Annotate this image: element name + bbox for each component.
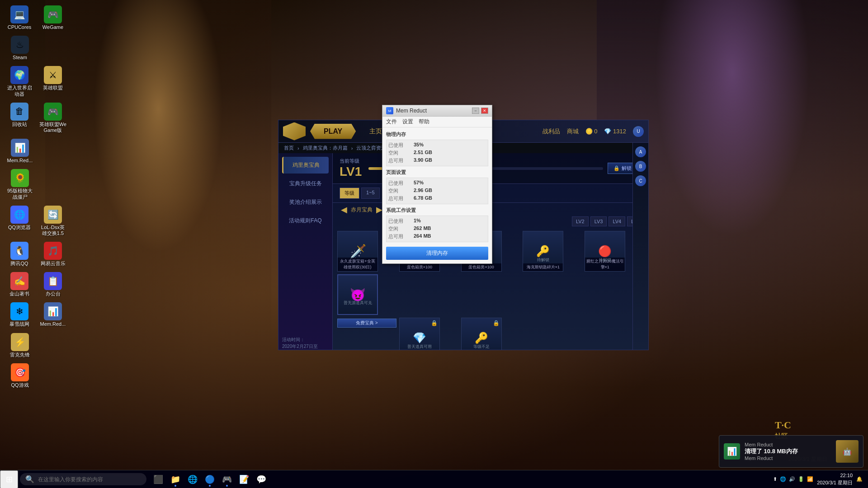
breadcrumb-event[interactable]: 鸡里奥宝典：赤月篇 (303, 145, 348, 151)
mem-title-text: Mem Reduct (396, 108, 427, 114)
pinned-app6[interactable]: 📝 (236, 471, 252, 488)
icon-row-5: 🌻 95版植物大战僵尸 (4, 167, 69, 202)
lv2-tab[interactable]: LV2 (572, 216, 589, 226)
icon-cpucores[interactable]: 💻 CPUCores (4, 4, 35, 32)
free-btn-container: 免费宝典 > (337, 318, 396, 350)
icon-lex[interactable]: ⚡ 雷克先锋 (4, 331, 36, 360)
free-chest-button[interactable]: 免费宝典 > (337, 319, 396, 328)
edge-button[interactable]: 🌐 (184, 471, 201, 488)
icon-qqgame[interactable]: 🎯 QQ游戏 (4, 361, 36, 390)
avatar[interactable]: U (633, 126, 644, 137)
icon-steam[interactable]: ♨ Steam (4, 34, 36, 62)
sys-used-value: 1% (414, 218, 486, 225)
current-level-label: 当前等级 (340, 158, 362, 164)
notif-body: Mem Reduct (745, 455, 831, 461)
icon-memred2[interactable]: 📊 Mem.Red... (37, 300, 69, 329)
mem-app-icon: M (386, 107, 393, 114)
pinned-app5[interactable]: 🎮 (219, 471, 235, 488)
friends-panel: A B C (632, 143, 648, 350)
lv4-tab[interactable]: LV4 (609, 216, 625, 226)
lex-label: 雷克先锋 (10, 352, 30, 358)
mem-menu-help[interactable]: 帮助 (419, 118, 429, 126)
clock[interactable]: 22:10 2020/3/1 星期日 (817, 472, 853, 486)
icon-jinshan[interactable]: ✍ 金山著书 (4, 270, 35, 299)
95fans-icon: 🌻 (11, 169, 29, 187)
reward-img-4: 🔑 (536, 245, 550, 258)
netease-label: 网易云音乐 (41, 261, 66, 267)
icon-blizzard[interactable]: ❄ 暴雪战网 (4, 300, 35, 329)
search-bar[interactable]: 🔍 (20, 473, 146, 485)
notif-title: 清理了 10.8 MB内存 (745, 447, 831, 455)
cpucores-label: CPUCores (8, 24, 32, 30)
lol-wegame-label: 英雄联盟WeGame版 (39, 122, 67, 133)
search-icon: 🔍 (25, 475, 34, 483)
mem-minimize-button[interactable]: − (472, 108, 479, 114)
friend-icon-3[interactable]: C (635, 175, 646, 186)
icon-recycle[interactable]: 🗑 回收站 (4, 101, 35, 135)
icon-95fans[interactable]: 🌻 95版植物大战僵尸 (4, 167, 36, 202)
mem-system-title: 系统工作设置 (386, 207, 488, 214)
icon-qqbrowser[interactable]: 🌐 QQ浏览器 (4, 204, 35, 238)
taskview-button[interactable]: ⬛ (150, 471, 166, 488)
sidebar-item-upgrade[interactable]: 宝典升级任务 (282, 175, 329, 192)
icon-memred1[interactable]: 📊 Mem.Red... (4, 137, 36, 165)
icon-tencentqq[interactable]: 🐧 腾讯QQ (4, 240, 35, 268)
friend-icon-1[interactable]: A (635, 146, 646, 157)
reward-card-4: 🔑 海克斯钥匙碎片×1 待解锁 (523, 231, 563, 272)
mem-clean-button[interactable]: 清理内存 (386, 247, 488, 260)
notif-avatar: 🤖 (836, 440, 859, 463)
icon-row-9: ❄ 暴雪战网 📊 Mem.Red... (4, 300, 69, 329)
tier-tab-1-5[interactable]: 1~5 (361, 188, 380, 199)
mem-menu-file[interactable]: 文件 (386, 118, 397, 126)
sidebar-item-baobian[interactable]: 鸡里奥宝典 (282, 157, 329, 174)
reward-status-4: 待解锁 (523, 257, 563, 263)
breadcrumb-home[interactable]: 首页 (284, 145, 294, 151)
icon-wegame[interactable]: 🎮 WeGame (37, 4, 69, 32)
icon-office[interactable]: 📋 办公台 (37, 270, 69, 299)
lol-league-label: 英雄联盟 (43, 85, 63, 91)
icon-exchange[interactable]: 🔄 LoL-Dsx英雄交换1.5 (37, 204, 69, 238)
wegame-icon: 🎮 (44, 5, 62, 23)
sidebar-item-pool[interactable]: 奖池介绍展示 (282, 194, 329, 211)
icon-lol-world[interactable]: 🌍 进入世界启动器 (4, 64, 35, 99)
reward-status-5: 待解锁 (585, 257, 625, 263)
icon-netease[interactable]: 🎵 网易云音乐 (37, 240, 69, 268)
tray-up-arrow[interactable]: ⬆ (773, 476, 777, 482)
lol-world-icon: 🌍 (10, 66, 28, 84)
reward-status-7: 等级不足 (462, 344, 501, 350)
pinned-app7[interactable]: 💬 (253, 471, 269, 488)
sys-free-value: 262 MB (414, 225, 486, 232)
explorer-button[interactable]: 📁 (167, 471, 184, 488)
sidebar: 鸡里奥宝典 宝典升级任务 奖池介绍展示 活动规则FAQ 活动时间： 2020年2… (278, 153, 333, 350)
sidebar-item-rules[interactable]: 活动规则FAQ (282, 212, 329, 229)
reward-card-7: 🔑 等级不足 (461, 318, 502, 350)
clock-date: 2020/3/1 星期日 (817, 479, 853, 486)
icon-lol-wegame[interactable]: 🎮 英雄联盟WeGame版 (37, 101, 69, 135)
phys-free-value: 2.51 GB (414, 150, 486, 156)
blizzard-icon: ❄ (10, 302, 28, 320)
lol-league-icon: ⚔ (44, 66, 62, 84)
mem-menu-settings[interactable]: 设置 (402, 118, 413, 126)
icon-row-6: 🌐 QQ浏览器 🔄 LoL-Dsx英雄交换1.5 (4, 204, 69, 238)
game-logo (283, 122, 306, 141)
memred1-label: Mem.Red... (7, 158, 33, 164)
mem-close-button[interactable]: ✕ (481, 108, 488, 114)
steam-label: Steam (13, 55, 27, 61)
chrome-button[interactable]: 🔵 (202, 471, 218, 488)
search-input[interactable] (38, 476, 128, 483)
friend-icon-2[interactable]: B (635, 161, 646, 172)
sys-used-label: 已使用 (388, 218, 411, 225)
start-button[interactable]: ⊞ (0, 470, 18, 488)
war-loot[interactable]: 战利品 (542, 127, 560, 136)
play-button[interactable]: PLAY (310, 124, 356, 139)
event-date: 活动时间： 2020年2月27日至 2020年3月26日9：59 (278, 333, 332, 350)
notification-bell[interactable]: 🔔 (856, 476, 863, 482)
nav-left-arrow[interactable]: ◀ (337, 205, 351, 215)
icon-lol-league[interactable]: ⚔ 英雄联盟 (37, 64, 69, 99)
exchange-icon: 🔄 (44, 206, 62, 224)
icon-row-10: ⚡ 雷克先锋 (4, 331, 69, 360)
lv3-tab[interactable]: LV3 (590, 216, 607, 226)
tier-tab-all[interactable]: 等级 (340, 188, 359, 199)
shop[interactable]: 商城 (567, 127, 579, 136)
icon-row-4: 📊 Mem.Red... (4, 137, 69, 165)
